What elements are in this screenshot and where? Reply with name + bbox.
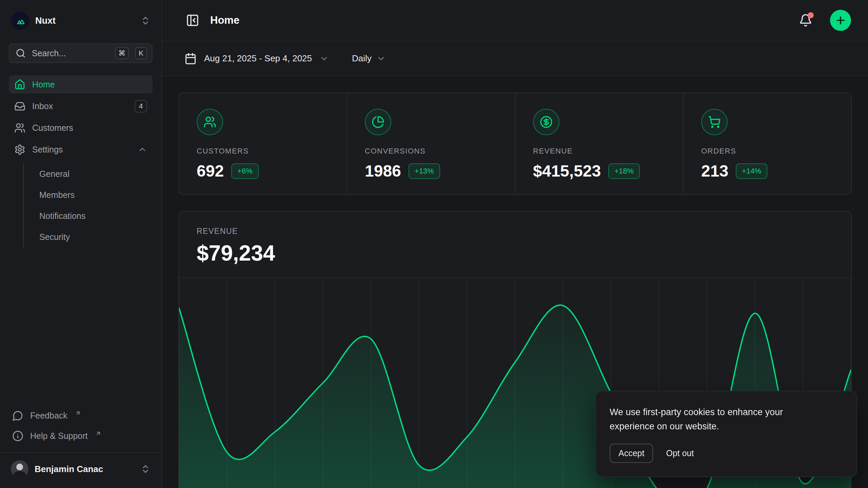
interval-select[interactable]: Daily <box>352 53 386 64</box>
sidebar-item-members[interactable]: Members <box>24 184 153 205</box>
cookie-optout-button[interactable]: Opt out <box>666 444 694 462</box>
external-link-icon <box>75 410 81 416</box>
stat-label: CUSTOMERS <box>197 147 329 156</box>
brand-name: Nuxt <box>35 16 134 26</box>
sidebar-nav: Home Inbox 4 Customers Settings Ge <box>9 75 153 247</box>
collapse-sidebar-button[interactable] <box>184 12 201 28</box>
external-link-icon <box>95 430 101 436</box>
page-title: Home <box>210 14 787 26</box>
chevrons-up-down-icon <box>140 16 151 26</box>
chevrons-up-down-icon <box>140 464 151 474</box>
stat-label: ORDERS <box>701 147 833 156</box>
circle-dollar-icon <box>533 109 559 135</box>
user-name: Benjamin Canac <box>35 464 134 474</box>
revenue-chart-label: REVENUE <box>197 227 833 236</box>
avatar <box>11 460 28 478</box>
users-icon <box>197 109 223 135</box>
sidebar-item-security[interactable]: Security <box>24 226 153 247</box>
interval-value: Daily <box>352 53 372 64</box>
sidebar-item-settings[interactable]: Settings <box>9 140 153 159</box>
inbox-icon <box>14 101 25 112</box>
stat-value: 692 <box>197 162 224 180</box>
sidebar-item-label: Inbox <box>32 101 128 111</box>
gear-icon <box>14 144 25 155</box>
sidebar-spacer <box>9 247 153 405</box>
cookie-banner: We use first-party cookies to enhance yo… <box>595 391 857 477</box>
stat-card-orders[interactable]: ORDERS 213 +14% <box>683 93 851 194</box>
calendar-icon <box>184 53 197 65</box>
sidebar-item-customers[interactable]: Customers <box>9 119 153 137</box>
stat-delta-badge: +13% <box>409 163 440 179</box>
stat-card-revenue[interactable]: REVENUE $415,523 +18% <box>515 93 683 194</box>
help-support-link[interactable]: Help & Support <box>9 426 153 446</box>
chevron-up-icon <box>138 145 147 154</box>
sidebar: Nuxt Search... ⌘ K Home Inbox 4 <box>0 0 162 488</box>
nuxt-logo-icon <box>11 12 29 30</box>
cookie-accept-button[interactable]: Accept <box>610 444 653 463</box>
date-range-picker[interactable]: Aug 21, 2025 - Sep 4, 2025 <box>184 53 329 65</box>
chevron-down-icon <box>376 54 386 63</box>
help-support-label: Help & Support <box>30 431 88 441</box>
stat-card-conversions[interactable]: CONVERSIONS 1986 +13% <box>347 93 515 194</box>
add-button[interactable] <box>830 10 851 31</box>
sidebar-item-home[interactable]: Home <box>9 75 153 94</box>
kbd-meta: ⌘ <box>115 47 129 59</box>
stats-panel: CUSTOMERS 692 +6% CONVERSIONS 1986 +13% <box>178 93 852 195</box>
stat-value: $415,523 <box>533 162 601 180</box>
revenue-chart-value: $79,234 <box>197 241 833 266</box>
chevron-down-icon <box>319 54 329 63</box>
stat-label: CONVERSIONS <box>365 147 497 156</box>
message-circle-icon <box>12 410 23 421</box>
topbar: Home <box>162 0 868 41</box>
stat-delta-badge: +18% <box>608 163 640 179</box>
sidebar-item-label: Settings <box>32 145 131 155</box>
shopping-cart-icon <box>701 109 728 135</box>
search-input[interactable]: Search... ⌘ K <box>9 43 153 63</box>
stat-value: 213 <box>701 162 728 180</box>
workspace-switcher[interactable]: Nuxt <box>9 9 153 33</box>
settings-sub-list: General Members Notifications Security <box>23 163 153 247</box>
search-icon <box>16 48 26 58</box>
sidebar-item-label: Home <box>32 80 147 89</box>
stat-value: 1986 <box>365 162 401 180</box>
stat-delta-badge: +6% <box>231 163 259 179</box>
plus-icon <box>835 15 846 26</box>
notifications-button[interactable] <box>797 12 814 29</box>
info-icon <box>12 430 23 442</box>
cookie-message: We use first-party cookies to enhance yo… <box>610 405 820 433</box>
date-range-value: Aug 21, 2025 - Sep 4, 2025 <box>204 53 312 64</box>
feedback-label: Feedback <box>30 411 67 421</box>
stat-label: REVENUE <box>533 147 665 156</box>
sidebar-item-notifications[interactable]: Notifications <box>24 205 153 226</box>
stat-card-customers[interactable]: CUSTOMERS 692 +6% <box>179 93 347 194</box>
notification-dot <box>808 12 814 18</box>
search-placeholder: Search... <box>32 48 109 58</box>
kbd-k: K <box>135 47 147 59</box>
inbox-count-badge: 4 <box>135 100 147 113</box>
users-icon <box>14 122 25 134</box>
user-menu[interactable]: Benjamin Canac <box>0 452 161 479</box>
sidebar-item-inbox[interactable]: Inbox 4 <box>9 97 153 115</box>
pie-chart-icon <box>365 109 391 135</box>
stat-delta-badge: +14% <box>736 163 767 179</box>
house-icon <box>14 79 25 90</box>
sidebar-item-label: Customers <box>32 123 147 133</box>
filter-bar: Aug 21, 2025 - Sep 4, 2025 Daily <box>162 41 868 76</box>
feedback-link[interactable]: Feedback <box>9 405 153 426</box>
sidebar-item-general[interactable]: General <box>24 163 153 184</box>
